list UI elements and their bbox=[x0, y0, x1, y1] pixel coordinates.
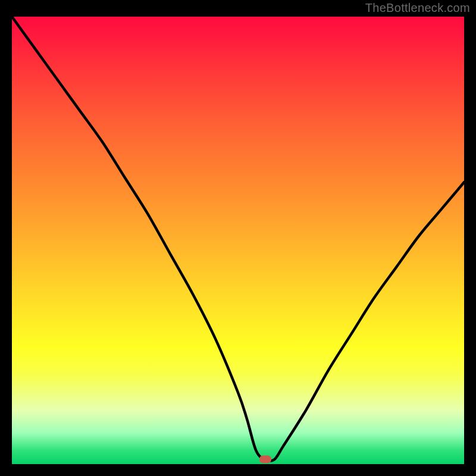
min-marker bbox=[259, 456, 271, 464]
curve-layer bbox=[12, 17, 464, 464]
chart-frame: TheBottleneck.com bbox=[0, 0, 476, 476]
curve-svg bbox=[12, 17, 464, 464]
watermark-text: TheBottleneck.com bbox=[365, 1, 470, 15]
bottleneck-curve bbox=[12, 17, 464, 461]
plot-area bbox=[12, 17, 464, 464]
